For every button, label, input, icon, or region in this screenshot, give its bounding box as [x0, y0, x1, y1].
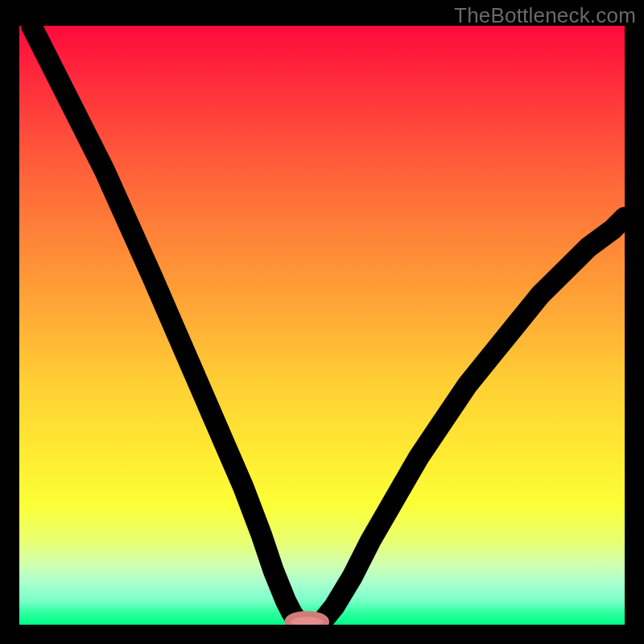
curve-right-branch [322, 217, 625, 621]
plot-area [19, 26, 625, 625]
watermark-text: TheBottleneck.com [454, 3, 636, 28]
chart-frame: TheBottleneck.com [0, 0, 644, 644]
bottleneck-curve [19, 26, 625, 625]
minimum-marker [287, 614, 326, 625]
curve-left-branch [31, 26, 298, 621]
